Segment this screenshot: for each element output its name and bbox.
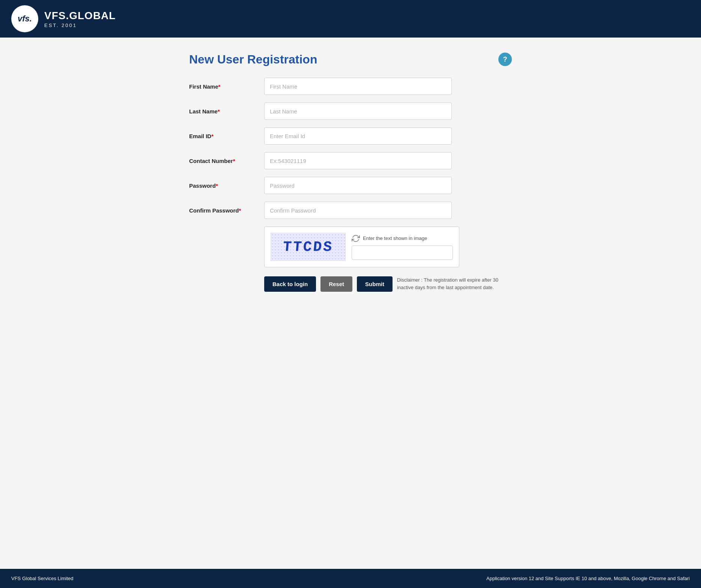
- site-header: vfs. VFS.GLOBAL EST. 2001: [0, 0, 701, 38]
- logo-circle: vfs.: [11, 5, 38, 32]
- first-name-input[interactable]: [264, 78, 452, 95]
- footer-right: Application version 12 and Site Supports…: [486, 576, 690, 581]
- contact-row: Contact Number*: [189, 152, 512, 169]
- buttons-row: Back to login Reset Submit Disclaimer : …: [264, 276, 512, 292]
- site-footer: VFS Global Services Limited Application …: [0, 569, 701, 588]
- confirm-password-label: Confirm Password*: [189, 207, 264, 214]
- brand-main: VFS.GLOBAL: [44, 10, 116, 22]
- brand-sub: EST. 2001: [44, 23, 116, 28]
- captcha-display-text: TTCDS: [282, 239, 334, 255]
- main-content: ? New User Registration First Name* Last…: [0, 38, 701, 569]
- page-title: New User Registration: [189, 53, 512, 66]
- email-label: Email ID*: [189, 133, 264, 139]
- email-input[interactable]: [264, 127, 452, 145]
- captcha-input[interactable]: [352, 246, 453, 260]
- password-row: Password*: [189, 177, 512, 194]
- email-row: Email ID*: [189, 127, 512, 145]
- confirm-password-row: Confirm Password*: [189, 202, 512, 219]
- reset-button[interactable]: Reset: [320, 276, 352, 292]
- captcha-label: Enter the text shown in image: [363, 235, 427, 241]
- last-name-row: Last Name*: [189, 103, 512, 120]
- captcha-section: TTCDS Enter the text shown in image: [264, 226, 459, 267]
- footer-left: VFS Global Services Limited: [11, 576, 73, 581]
- help-button[interactable]: ?: [498, 53, 512, 66]
- password-label: Password*: [189, 182, 264, 189]
- back-to-login-button[interactable]: Back to login: [264, 276, 316, 292]
- first-name-row: First Name*: [189, 78, 512, 95]
- brand-name: VFS.GLOBAL EST. 2001: [44, 10, 116, 28]
- password-input[interactable]: [264, 177, 452, 194]
- form-container: ? New User Registration First Name* Last…: [189, 53, 512, 292]
- last-name-label: Last Name*: [189, 108, 264, 115]
- contact-input[interactable]: [264, 152, 452, 169]
- first-name-label: First Name*: [189, 83, 264, 90]
- disclaimer-text: Disclaimer : The registration will expir…: [397, 276, 506, 291]
- captcha-right: Enter the text shown in image: [352, 234, 453, 260]
- last-name-input[interactable]: [264, 103, 452, 120]
- refresh-icon[interactable]: [352, 234, 360, 243]
- captcha-label-row: Enter the text shown in image: [352, 234, 453, 243]
- confirm-password-input[interactable]: [264, 202, 452, 219]
- contact-label: Contact Number*: [189, 158, 264, 164]
- submit-button[interactable]: Submit: [357, 276, 393, 292]
- logo-text: vfs.: [18, 14, 32, 24]
- captcha-image: TTCDS: [271, 233, 346, 261]
